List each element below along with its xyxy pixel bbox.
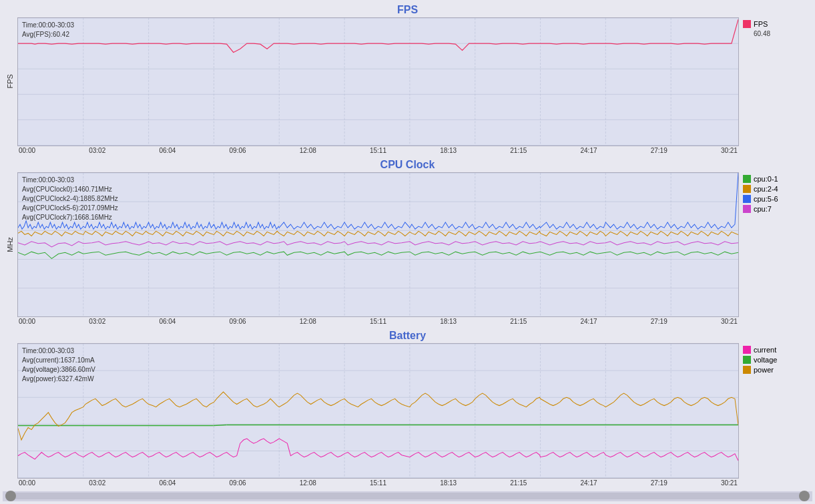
battery-time: Time:00:00-30:03 <box>22 346 95 356</box>
cpu-label-0: cpu:0-1 <box>754 175 778 183</box>
fps-x-10: 30:21 <box>721 147 738 154</box>
cpu-x-4: 12:08 <box>300 318 316 325</box>
cpu-avg5: Avg(CPUClock5-6):2017.09MHz <box>22 204 118 213</box>
battery-current: Avg(current):1637.10mA <box>22 356 95 365</box>
battery-y-label <box>3 343 17 479</box>
battery-legend-0: current <box>743 346 808 354</box>
battery-voltage: Avg(voltage):3866.60mV <box>22 365 95 374</box>
cpu-avg0: Avg(CPUClock0):1460.71MHz <box>22 185 118 194</box>
cpu-x-0: 00:00 <box>19 318 35 325</box>
cpu-legend-3: cpu:7 <box>743 205 808 213</box>
svg-line-61 <box>213 425 226 426</box>
fps-x-0: 00:00 <box>19 147 35 154</box>
fps-legend-value-item: 60.48 <box>743 30 808 37</box>
fps-chart-row: FPS <box>3 17 812 146</box>
scrollbar-area[interactable] <box>3 491 812 501</box>
battery-label-2: power <box>754 366 774 374</box>
bat-x-3: 09:06 <box>230 479 246 487</box>
cpu-x-1: 03:02 <box>89 318 105 325</box>
cpu-x-10: 30:21 <box>721 318 738 325</box>
fps-x-7: 21:15 <box>510 147 527 154</box>
cpu-x-labels: 00:00 03:02 06:04 09:06 12:08 15:11 18:1… <box>17 317 739 326</box>
cpu-label-2: cpu:5-6 <box>754 195 778 203</box>
fps-x-labels: 00:00 03:02 06:04 09:06 12:08 15:11 18:1… <box>17 146 739 155</box>
cpu-label-1: cpu:2-4 <box>754 185 778 193</box>
fps-info: Time:00:00-30:03 Avg(FPS):60.42 <box>22 21 74 39</box>
bat-x-2: 06:04 <box>159 479 176 487</box>
fps-legend: FPS 60.48 <box>739 17 812 146</box>
cpu-info: Time:00:00-30:03 Avg(CPUClock0):1460.71M… <box>22 176 118 222</box>
fps-x-3: 09:06 <box>230 147 246 154</box>
fps-x-8: 24:17 <box>581 147 597 154</box>
cpu-x-5: 15:11 <box>370 318 386 325</box>
fps-x-5: 15:11 <box>370 147 386 154</box>
cpu-avg7: Avg(CPUClock7):1668.16MHz <box>22 213 118 222</box>
battery-label-1: voltage <box>754 356 777 364</box>
battery-title: Battery <box>3 328 812 343</box>
bat-x-9: 27:19 <box>651 479 667 487</box>
scrollbar-thumb-left[interactable] <box>5 491 16 501</box>
cpu-legend: cpu:0-1 cpu:2-4 cpu:5-6 cpu:7 <box>739 172 812 318</box>
cpu-legend-1: cpu:2-4 <box>743 185 808 193</box>
cpu-x-3: 09:06 <box>230 318 246 325</box>
battery-chart-area: 10000 8000 6000 4000 2000 0 Time:0 <box>17 343 739 479</box>
bat-x-7: 21:15 <box>510 479 527 487</box>
cpu-y-label: MHz <box>3 172 17 318</box>
battery-info: Time:00:00-30:03 Avg(current):1637.10mA … <box>22 346 95 384</box>
fps-legend-value: 60.48 <box>754 30 770 37</box>
bat-x-5: 15:11 <box>370 479 386 487</box>
battery-legend: current voltage power <box>739 343 812 479</box>
scrollbar-thumb-right[interactable] <box>799 491 810 501</box>
battery-color-0 <box>743 346 751 354</box>
fps-x-4: 12:08 <box>300 147 316 154</box>
fps-chart-area: 75 60 45 30 15 0 Time:00:00-30:03 Avg(FP… <box>17 17 739 146</box>
battery-x-labels: 00:00 03:02 06:04 09:06 12:08 15:11 18:1… <box>17 479 739 487</box>
battery-x-axis-row: 00:00 03:02 06:04 09:06 12:08 15:11 18:1… <box>17 479 739 487</box>
cpu-x-2: 06:04 <box>159 318 176 325</box>
bat-x-10: 30:21 <box>721 479 738 487</box>
cpu-legend-2: cpu:5-6 <box>743 195 808 203</box>
bat-x-1: 03:02 <box>89 479 105 487</box>
fps-x-6: 18:13 <box>440 147 457 154</box>
fps-title: FPS <box>3 3 812 17</box>
cpu-label-3: cpu:7 <box>754 205 772 213</box>
battery-section: Battery <box>3 328 812 487</box>
battery-svg: 10000 8000 6000 4000 2000 0 <box>18 344 738 478</box>
cpu-chart-row: MHz <box>3 172 812 318</box>
cpu-color-3 <box>743 205 751 213</box>
bat-x-4: 12:08 <box>300 479 316 487</box>
cpu-title: CPU Clock <box>3 158 812 172</box>
fps-time: Time:00:00-30:03 <box>22 21 74 30</box>
cpu-x-6: 18:13 <box>440 318 457 325</box>
cpu-chart-area: Time:00:00-30:03 Avg(CPUClock0):1460.71M… <box>17 172 739 318</box>
fps-x-2: 06:04 <box>159 147 176 154</box>
cpu-color-0 <box>743 175 751 183</box>
cpu-x-9: 27:19 <box>651 318 667 325</box>
bat-x-6: 18:13 <box>440 479 457 487</box>
cpu-x-7: 21:15 <box>510 318 527 325</box>
fps-x-axis-row: 00:00 03:02 06:04 09:06 12:08 15:11 18:1… <box>17 146 739 155</box>
fps-legend-label: FPS <box>754 20 768 28</box>
battery-legend-2: power <box>743 366 808 374</box>
cpu-svg <box>18 173 738 317</box>
fps-y-label: FPS <box>3 17 17 146</box>
fps-x-9: 27:19 <box>651 147 667 154</box>
scrollbar-track[interactable] <box>5 493 810 499</box>
battery-legend-1: voltage <box>743 356 808 364</box>
fps-section: FPS FPS <box>3 3 812 155</box>
battery-power: Avg(power):6327.42mW <box>22 374 95 384</box>
cpu-section: CPU Clock MHz <box>3 158 812 326</box>
battery-label-0: current <box>754 346 776 354</box>
fps-x-1: 03:02 <box>89 147 105 154</box>
fps-svg: 75 60 45 30 15 0 <box>18 18 738 146</box>
bat-x-8: 24:17 <box>581 479 597 487</box>
cpu-x-8: 24:17 <box>581 318 597 325</box>
main-container: FPS FPS <box>0 0 815 504</box>
cpu-legend-0: cpu:0-1 <box>743 175 808 183</box>
battery-chart-row: 10000 8000 6000 4000 2000 0 Time:0 <box>3 343 812 479</box>
cpu-x-axis-row: 00:00 03:02 06:04 09:06 12:08 15:11 18:1… <box>17 317 739 326</box>
battery-color-2 <box>743 366 751 374</box>
battery-color-1 <box>743 356 751 364</box>
cpu-avg2: Avg(CPUClock2-4):1885.82MHz <box>22 194 118 204</box>
bat-x-0: 00:00 <box>19 479 35 487</box>
